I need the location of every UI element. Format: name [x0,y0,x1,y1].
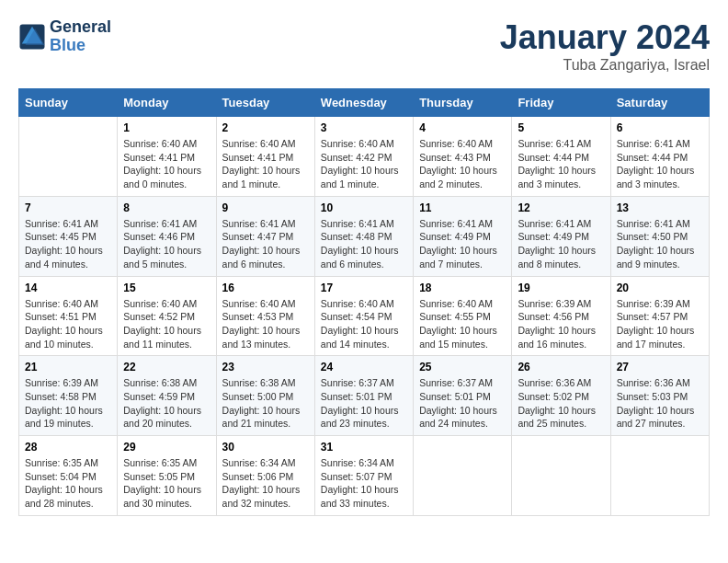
day-info: Sunrise: 6:41 AMSunset: 4:48 PMDaylight:… [321,217,407,271]
day-number: 27 [617,361,703,373]
day-number: 15 [123,282,210,294]
day-info: Sunrise: 6:35 AMSunset: 5:05 PMDaylight:… [123,456,210,511]
day-info: Sunrise: 6:39 AMSunset: 4:57 PMDaylight:… [617,297,703,351]
header-thursday: Thursday [414,89,512,117]
day-number: 16 [222,282,309,294]
calendar-cell: 29Sunrise: 6:35 AMSunset: 5:05 PMDayligh… [118,436,216,516]
week-row-0: 1Sunrise: 6:40 AMSunset: 4:41 PMDaylight… [19,117,710,197]
day-info: Sunrise: 6:40 AMSunset: 4:42 PMDaylight:… [321,137,407,191]
day-number: 17 [321,282,407,294]
day-number: 9 [222,201,309,214]
day-number: 1 [123,121,210,134]
header-saturday: Saturday [610,89,709,117]
location-title: Tuba Zangariya, Israel [500,57,710,74]
calendar-cell: 17Sunrise: 6:40 AMSunset: 4:54 PMDayligh… [314,276,413,356]
week-row-3: 21Sunrise: 6:39 AMSunset: 4:58 PMDayligh… [19,356,710,436]
calendar-cell: 5Sunrise: 6:41 AMSunset: 4:44 PMDaylight… [512,117,610,197]
day-info: Sunrise: 6:37 AMSunset: 5:01 PMDaylight:… [419,376,506,431]
calendar-cell: 31Sunrise: 6:34 AMSunset: 5:07 PMDayligh… [314,436,413,516]
day-info: Sunrise: 6:41 AMSunset: 4:47 PMDaylight:… [222,217,309,271]
calendar-cell: 16Sunrise: 6:40 AMSunset: 4:53 PMDayligh… [216,276,314,356]
day-number: 29 [123,441,210,454]
day-info: Sunrise: 6:40 AMSunset: 4:41 PMDaylight:… [222,137,309,191]
header-row: SundayMondayTuesdayWednesdayThursdayFrid… [19,89,710,117]
day-info: Sunrise: 6:34 AMSunset: 5:07 PMDaylight:… [321,456,407,511]
header-sunday: Sunday [19,89,118,117]
day-number: 10 [321,201,407,214]
day-info: Sunrise: 6:40 AMSunset: 4:53 PMDaylight:… [222,297,309,351]
day-number: 30 [222,441,309,454]
day-info: Sunrise: 6:40 AMSunset: 4:52 PMDaylight:… [123,297,210,351]
calendar-cell: 12Sunrise: 6:41 AMSunset: 4:49 PMDayligh… [512,196,610,276]
day-number: 5 [518,121,604,134]
day-number: 24 [321,361,407,373]
header-friday: Friday [512,89,610,117]
day-info: Sunrise: 6:41 AMSunset: 4:49 PMDaylight:… [518,217,604,271]
calendar-cell [610,436,709,516]
day-info: Sunrise: 6:41 AMSunset: 4:45 PMDaylight:… [25,217,111,271]
calendar-cell: 24Sunrise: 6:37 AMSunset: 5:01 PMDayligh… [314,356,413,436]
page-header: General Blue January 2024 Tuba Zangariya… [18,18,710,74]
day-number: 18 [419,282,506,294]
day-info: Sunrise: 6:41 AMSunset: 4:50 PMDaylight:… [617,217,703,271]
day-info: Sunrise: 6:36 AMSunset: 5:03 PMDaylight:… [617,376,703,431]
day-info: Sunrise: 6:39 AMSunset: 4:56 PMDaylight:… [518,297,604,351]
day-info: Sunrise: 6:40 AMSunset: 4:54 PMDaylight:… [321,297,407,351]
day-number: 19 [518,282,604,294]
calendar-cell: 27Sunrise: 6:36 AMSunset: 5:03 PMDayligh… [610,356,709,436]
calendar-header: SundayMondayTuesdayWednesdayThursdayFrid… [19,89,710,117]
day-number: 3 [321,121,407,134]
calendar-cell: 13Sunrise: 6:41 AMSunset: 4:50 PMDayligh… [610,196,709,276]
week-row-4: 28Sunrise: 6:35 AMSunset: 5:04 PMDayligh… [19,436,710,516]
calendar-cell: 15Sunrise: 6:40 AMSunset: 4:52 PMDayligh… [118,276,216,356]
day-info: Sunrise: 6:36 AMSunset: 5:02 PMDaylight:… [518,376,604,431]
day-info: Sunrise: 6:40 AMSunset: 4:55 PMDaylight:… [419,297,506,351]
calendar-cell: 6Sunrise: 6:41 AMSunset: 4:44 PMDaylight… [610,117,709,197]
day-info: Sunrise: 6:37 AMSunset: 5:01 PMDaylight:… [321,376,407,431]
day-number: 26 [518,361,604,373]
day-info: Sunrise: 6:40 AMSunset: 4:41 PMDaylight:… [123,137,210,191]
calendar-cell: 30Sunrise: 6:34 AMSunset: 5:06 PMDayligh… [216,436,314,516]
calendar-cell: 8Sunrise: 6:41 AMSunset: 4:46 PMDaylight… [118,196,216,276]
calendar-cell [512,436,610,516]
calendar-cell [19,117,118,197]
day-number: 12 [518,201,604,214]
day-info: Sunrise: 6:38 AMSunset: 5:00 PMDaylight:… [222,376,309,431]
calendar-cell: 2Sunrise: 6:40 AMSunset: 4:41 PMDaylight… [216,117,314,197]
day-info: Sunrise: 6:41 AMSunset: 4:44 PMDaylight:… [617,137,703,191]
calendar-cell: 3Sunrise: 6:40 AMSunset: 4:42 PMDaylight… [314,117,413,197]
day-number: 13 [617,201,703,214]
day-info: Sunrise: 6:41 AMSunset: 4:49 PMDaylight:… [419,217,506,271]
calendar-cell: 25Sunrise: 6:37 AMSunset: 5:01 PMDayligh… [414,356,512,436]
calendar-cell: 23Sunrise: 6:38 AMSunset: 5:00 PMDayligh… [216,356,314,436]
day-number: 7 [25,201,111,214]
day-number: 8 [123,201,210,214]
day-number: 28 [25,441,111,454]
calendar-table: SundayMondayTuesdayWednesdayThursdayFrid… [18,88,710,516]
week-row-1: 7Sunrise: 6:41 AMSunset: 4:45 PMDaylight… [19,196,710,276]
day-number: 6 [617,121,703,134]
calendar-cell: 28Sunrise: 6:35 AMSunset: 5:04 PMDayligh… [19,436,118,516]
header-monday: Monday [118,89,216,117]
logo-text-line2: Blue [50,37,111,55]
day-number: 4 [419,121,506,134]
calendar-cell: 26Sunrise: 6:36 AMSunset: 5:02 PMDayligh… [512,356,610,436]
calendar-cell: 9Sunrise: 6:41 AMSunset: 4:47 PMDaylight… [216,196,314,276]
day-number: 11 [419,201,506,214]
day-number: 25 [419,361,506,373]
day-info: Sunrise: 6:38 AMSunset: 4:59 PMDaylight:… [123,376,210,431]
calendar-cell: 14Sunrise: 6:40 AMSunset: 4:51 PMDayligh… [19,276,118,356]
calendar-cell: 10Sunrise: 6:41 AMSunset: 4:48 PMDayligh… [314,196,413,276]
calendar-cell: 20Sunrise: 6:39 AMSunset: 4:57 PMDayligh… [610,276,709,356]
day-number: 22 [123,361,210,373]
calendar-cell: 22Sunrise: 6:38 AMSunset: 4:59 PMDayligh… [118,356,216,436]
calendar-cell: 19Sunrise: 6:39 AMSunset: 4:56 PMDayligh… [512,276,610,356]
calendar-cell: 21Sunrise: 6:39 AMSunset: 4:58 PMDayligh… [19,356,118,436]
title-block: January 2024 Tuba Zangariya, Israel [500,18,710,74]
day-number: 21 [25,361,111,373]
calendar-cell: 1Sunrise: 6:40 AMSunset: 4:41 PMDaylight… [118,117,216,197]
day-info: Sunrise: 6:39 AMSunset: 4:58 PMDaylight:… [25,376,111,431]
day-info: Sunrise: 6:34 AMSunset: 5:06 PMDaylight:… [222,456,309,511]
day-info: Sunrise: 6:40 AMSunset: 4:43 PMDaylight:… [419,137,506,191]
calendar-cell: 11Sunrise: 6:41 AMSunset: 4:49 PMDayligh… [414,196,512,276]
